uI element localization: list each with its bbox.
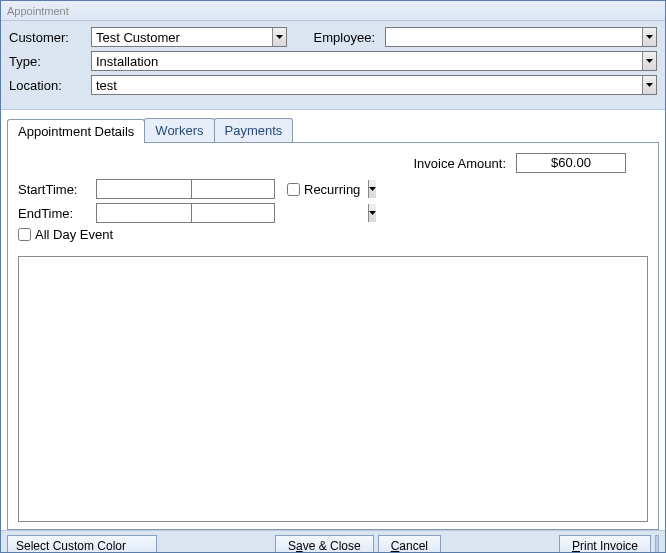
details-panel: Invoice Amount: $60.00 StartTime: Recurr… [7,142,659,530]
window-title: Appointment [1,1,665,21]
type-label: Type: [9,54,87,69]
cancel-post: ancel [399,539,428,553]
customer-label: Customer: [9,30,87,45]
employee-combo[interactable] [385,27,657,47]
save-close-mnemonic: a [296,539,303,553]
dropdown-icon[interactable] [642,52,656,70]
print-mnemonic: P [572,539,580,553]
save-close-button[interactable]: Save & Close [275,535,374,554]
footer-divider [655,535,659,554]
type-input[interactable] [92,52,642,70]
location-combo[interactable] [91,75,657,95]
allday-checkbox-wrap[interactable]: All Day Event [18,227,113,242]
location-input[interactable] [92,76,642,94]
starttime-time-input[interactable] [192,180,368,198]
print-invoice-button[interactable]: Print Invoice [559,535,651,554]
save-close-pre: S [288,539,296,553]
dropdown-icon[interactable] [642,76,656,94]
allday-label: All Day Event [35,227,113,242]
customer-combo[interactable] [91,27,287,47]
tab-payments[interactable]: Payments [214,118,294,142]
employee-label: Employee: [291,30,381,45]
allday-checkbox[interactable] [18,228,31,241]
type-combo[interactable] [91,51,657,71]
starttime-date-input[interactable] [96,179,192,199]
invoice-amount-value: $60.00 [516,153,626,173]
print-post: rint Invoice [580,539,638,553]
dropdown-icon[interactable] [368,204,376,222]
customer-input[interactable] [92,28,272,46]
dropdown-icon[interactable] [368,180,376,198]
notes-textarea[interactable] [18,256,648,522]
starttime-time-combo[interactable] [191,179,275,199]
starttime-label: StartTime: [18,182,96,197]
dropdown-icon[interactable] [642,28,656,46]
tab-workers[interactable]: Workers [144,118,214,142]
tab-appointment-details[interactable]: Appointment Details [7,119,145,143]
select-custom-color-button[interactable]: Select Custom Color [7,535,157,554]
tab-strip: Appointment Details Workers Payments [7,118,659,142]
footer-bar: Select Custom Color Save & Close Cancel … [1,530,665,553]
employee-input[interactable] [386,28,642,46]
endtime-label: EndTime: [18,206,96,221]
save-close-post: ve & Close [303,539,361,553]
endtime-time-combo[interactable] [191,203,275,223]
endtime-date-input[interactable] [96,203,192,223]
location-label: Location: [9,78,87,93]
endtime-time-input[interactable] [192,204,368,222]
header-panel: Customer: Employee: Type: Location: [1,21,665,110]
dropdown-icon[interactable] [272,28,286,46]
cancel-button[interactable]: Cancel [378,535,441,554]
invoice-amount-label: Invoice Amount: [414,156,507,171]
